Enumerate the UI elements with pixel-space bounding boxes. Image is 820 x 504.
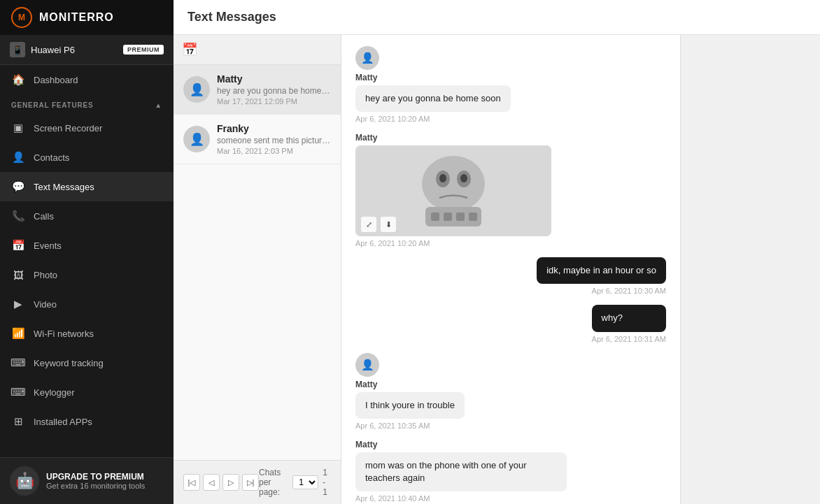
events-icon: 📅 <box>11 238 25 252</box>
first-page-button[interactable]: |◁ <box>183 474 200 491</box>
photo-icon: 🖼 <box>11 268 25 282</box>
right-panel <box>680 35 820 504</box>
msg2-image-controls: ⤢ ⬇ <box>361 217 396 232</box>
chat-list-header: 📅 <box>174 35 341 65</box>
msg1-avatar: 👤 <box>355 46 379 70</box>
installed-apps-icon: ⊞ <box>11 415 25 429</box>
sidebar-item-contacts[interactable]: 👤 Contacts <box>0 143 174 172</box>
chat-time-franky: Mar 16, 2021 2:03 PM <box>217 147 331 155</box>
msg2-image-placeholder: ⤢ ⬇ <box>355 145 551 236</box>
sidebar-item-wifi-networks[interactable]: 📶 Wi-Fi networks <box>0 319 174 348</box>
last-page-button[interactable]: ▷| <box>242 474 259 491</box>
sidebar-item-photo[interactable]: 🖼 Photo <box>0 260 174 289</box>
keylogger-icon: ⌨ <box>11 385 25 399</box>
chat-time-matty: Mar 17, 2021 12:09 PM <box>217 97 331 106</box>
svg-point-5 <box>460 174 467 182</box>
photo-label: Photo <box>34 270 57 280</box>
svg-point-1 <box>422 156 485 212</box>
chat-avatar-matty: 👤 <box>183 76 210 103</box>
per-page-label: Chats per page: <box>259 468 288 497</box>
page-range: 1 - 1 <box>323 468 331 497</box>
wifi-label: Wi-Fi networks <box>34 329 94 339</box>
msg2-sender: Matty <box>355 133 551 143</box>
svg-point-4 <box>439 174 446 182</box>
installed-apps-label: Installed APPs <box>34 417 92 427</box>
dashboard-label: Dashboard <box>34 75 78 85</box>
page-info: Chats per page: 1 1 - 1 <box>259 468 331 497</box>
msg3-content: idk, maybe in an hour or so <box>537 257 666 284</box>
msg5-time: Apr 6, 2021 10:35 AM <box>355 422 465 430</box>
logo-icon: M <box>11 7 32 28</box>
chat-item-matty[interactable]: 👤 Matty hey are you gonna be home soon M… <box>174 65 341 115</box>
chat-item-franky[interactable]: 👤 Franky someone sent me this picture...… <box>174 115 341 164</box>
sidebar-item-dashboard[interactable]: 🏠 Dashboard <box>0 65 174 94</box>
dashboard-icon: 🏠 <box>11 73 25 87</box>
chat-list-footer: |◁ ◁ ▷ ▷| Chats per page: 1 1 - 1 <box>174 460 341 504</box>
sidebar-item-keylogger[interactable]: ⌨ Keylogger <box>0 377 174 407</box>
upgrade-mascot-icon: 🤖 <box>10 466 39 496</box>
chat-list: 👤 Matty hey are you gonna be home soon M… <box>174 65 341 460</box>
main-area: Text Messages 📅 👤 Matty hey are you gonn… <box>174 0 820 504</box>
content-area: 📅 👤 Matty hey are you gonna be home soon… <box>174 35 820 504</box>
msg1-content: hey are you gonna be home soon <box>355 85 511 112</box>
chat-list-panel: 📅 👤 Matty hey are you gonna be home soon… <box>174 35 341 504</box>
calls-label: Calls <box>34 211 54 222</box>
svg-rect-9 <box>456 213 465 221</box>
chat-info-franky: Franky someone sent me this picture... M… <box>217 123 331 155</box>
message-5: 👤 Matty I think youre in trouble Apr 6, … <box>355 353 465 430</box>
upgrade-subtitle: Get extra 16 monitoring tools <box>46 482 145 490</box>
sidebar-item-text-messages[interactable]: 💬 Text Messages <box>0 172 174 201</box>
upgrade-bar[interactable]: 🤖 UPGRADE TO PREMIUM Get extra 16 monito… <box>0 457 174 504</box>
msg5-sender: Matty <box>355 380 465 389</box>
chat-preview-franky: someone sent me this picture... <box>217 136 331 145</box>
events-label: Events <box>34 240 62 251</box>
msg3-time: Apr 6, 2021 10:30 AM <box>537 287 666 295</box>
prev-page-button[interactable]: ◁ <box>203 474 220 491</box>
keylogger-label: Keylogger <box>34 387 75 398</box>
calendar-icon: 📅 <box>182 42 197 57</box>
messages-body: 👤 Matty hey are you gonna be home soon A… <box>341 35 680 504</box>
chat-name-franky: Franky <box>217 123 331 134</box>
per-page-select[interactable]: 1 <box>292 475 318 489</box>
upgrade-text: UPGRADE TO PREMIUM Get extra 16 monitori… <box>46 472 145 490</box>
message-4: why? Apr 6, 2021 10:31 AM <box>592 305 666 343</box>
svg-rect-8 <box>444 213 452 221</box>
sidebar-item-installed-apps[interactable]: ⊞ Installed APPs <box>0 407 174 436</box>
premium-badge: PREMIUM <box>123 45 164 55</box>
app-name: MONITERRO <box>39 11 114 24</box>
sidebar-item-screen-recorder[interactable]: ▣ Screen Recorder <box>0 113 174 143</box>
contacts-label: Contacts <box>34 152 69 163</box>
device-info: 📱 Huawei P6 <box>10 42 75 57</box>
sidebar-item-keyword-tracking[interactable]: ⌨ Keyword tracking <box>0 348 174 377</box>
next-page-button[interactable]: ▷ <box>222 474 239 491</box>
pagination-controls: |◁ ◁ ▷ ▷| <box>183 474 259 491</box>
expand-button[interactable]: ⤢ <box>361 217 376 232</box>
msg4-time: Apr 6, 2021 10:31 AM <box>592 335 666 343</box>
device-name: Huawei P6 <box>31 45 75 55</box>
sidebar: M MONITERRO 📱 Huawei P6 PREMIUM 🏠 Dashbo… <box>0 0 174 504</box>
messages-panel: 👤 Matty hey are you gonna be home soon A… <box>341 35 680 504</box>
sidebar-item-calls[interactable]: 📞 Calls <box>0 201 174 231</box>
text-messages-label: Text Messages <box>34 182 94 192</box>
msg1-time: Apr 6, 2021 10:20 AM <box>355 115 511 123</box>
message-6: Matty mom was on the phone with one of y… <box>355 440 567 503</box>
chat-info-matty: Matty hey are you gonna be home soon Mar… <box>217 73 331 106</box>
screen-recorder-label: Screen Recorder <box>34 123 102 134</box>
download-button[interactable]: ⬇ <box>381 217 396 232</box>
logo-bar: M MONITERRO <box>0 0 174 35</box>
device-icon: 📱 <box>10 42 25 57</box>
msg5-avatar: 👤 <box>355 353 379 377</box>
sidebar-item-events[interactable]: 📅 Events <box>0 231 174 260</box>
svg-rect-10 <box>469 213 477 221</box>
chat-name-matty: Matty <box>217 73 331 85</box>
sidebar-item-video[interactable]: ▶ Video <box>0 289 174 319</box>
msg5-content: I think youre in trouble <box>355 392 465 419</box>
svg-rect-7 <box>431 213 439 221</box>
msg2-image-wrap: ⤢ ⬇ <box>355 145 551 236</box>
video-label: Video <box>34 299 57 310</box>
keyword-tracking-icon: ⌨ <box>11 356 25 370</box>
page-header: Text Messages <box>174 0 820 35</box>
msg6-content: mom was on the phone with one of your te… <box>355 452 567 491</box>
device-bar[interactable]: 📱 Huawei P6 PREMIUM <box>0 35 174 65</box>
msg2-time: Apr 6, 2021 10:20 AM <box>355 239 551 247</box>
